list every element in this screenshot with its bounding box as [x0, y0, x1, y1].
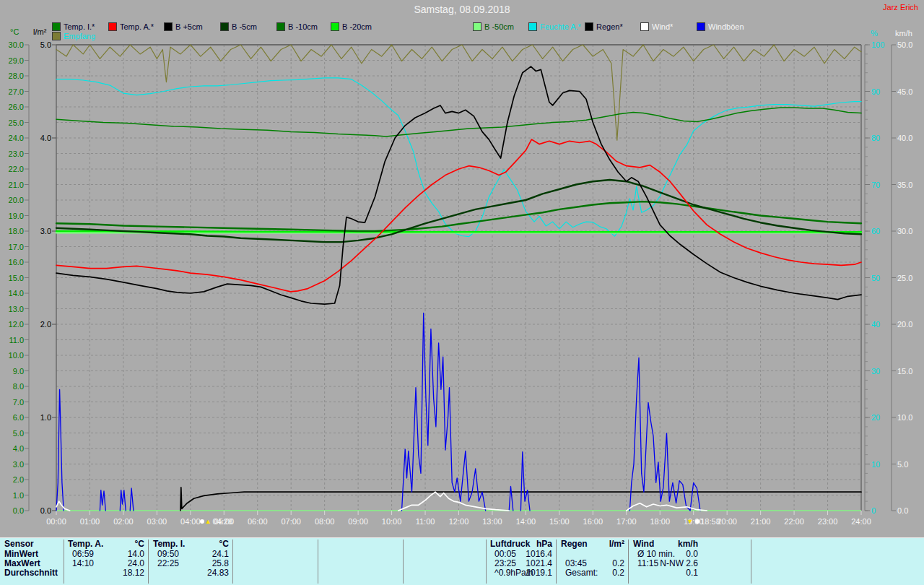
axis-tick-label: 18:00 — [650, 517, 670, 526]
axis-tick-label: 0.0 — [897, 506, 908, 515]
table-separator — [403, 540, 404, 584]
axis-tick-label: 30.0 — [897, 227, 912, 235]
axis-tick-label: 18.0 — [9, 227, 24, 235]
series-B -20cm — [56, 231, 861, 232]
axis-tick-label: 08:00 — [315, 517, 335, 526]
axis-tick-label: 5.0 — [897, 460, 908, 469]
axis-tick-label: 4.0 — [40, 134, 51, 142]
table-cell: °C — [153, 540, 229, 549]
axis-tick-label: 4.0 — [13, 444, 24, 453]
axis-tick-label: 0 — [871, 506, 876, 515]
axis-tick-label: 13:00 — [482, 517, 502, 526]
axis-tick-label: 50 — [871, 274, 880, 282]
axis-tick-label: 6.0 — [13, 413, 24, 422]
axis-tick-label: 20.0 — [9, 196, 24, 204]
axis-tick-label: 70 — [871, 181, 880, 189]
sunrise-arrow-icon: ▲ — [205, 518, 212, 525]
axis-tick-label: 12:00 — [449, 517, 469, 526]
axis-tick-label: 17:00 — [616, 517, 637, 526]
axis-tick-label: 23.0 — [9, 150, 24, 158]
axis-tick-label: 35.0 — [897, 181, 912, 189]
axis-tick-label: 60 — [871, 227, 880, 235]
axis-tick-label: 3.0 — [13, 460, 24, 469]
sunrise-icon — [200, 519, 204, 524]
axis-tick-label: 21:00 — [751, 517, 771, 526]
axis-tick-label: 20.0 — [897, 320, 912, 329]
table-cell: Sensor — [4, 540, 34, 549]
table-separator — [751, 540, 751, 584]
series-Windböen — [56, 313, 861, 511]
table-cell: l/m² — [561, 540, 624, 549]
axis-tick-label: 02:00 — [113, 517, 134, 526]
axis-tick-label: 22.0 — [9, 165, 24, 173]
axis-tick-label: 80 — [871, 134, 880, 142]
table-separator — [486, 540, 487, 584]
axis-tick-label: 25.0 — [897, 274, 912, 282]
axis-tick-label: 01:00 — [80, 517, 100, 526]
axis-tick-label: 26.0 — [9, 103, 24, 111]
table-cell: hPa — [490, 540, 552, 549]
table-separator — [64, 540, 64, 584]
table-separator — [556, 540, 557, 584]
axis-tick-label: 15.0 — [9, 274, 24, 282]
axis-tick-label: 04:00 — [180, 517, 201, 526]
axis-tick-label: 22:00 — [784, 517, 804, 526]
table-cell: km/h — [633, 540, 698, 549]
axis-tick-label: 10.0 — [9, 351, 24, 360]
axis-tick-label: 12.0 — [9, 320, 24, 329]
table-cell: °C — [68, 540, 144, 549]
table-separator — [232, 540, 233, 584]
axis-tick-label: 11:00 — [416, 517, 435, 526]
axis-tick-label: 27.0 — [9, 87, 24, 96]
axis-tick-label: 10:00 — [382, 517, 402, 526]
axis-tick-label: 07:00 — [281, 517, 301, 526]
axis-tick-label: 9.0 — [13, 367, 24, 376]
axis-tick-label: 23:00 — [818, 517, 838, 526]
axis-tick-label: 00:00 — [46, 517, 66, 526]
sunrise-time: 04:28 — [213, 517, 233, 526]
table-cell: 0.1 — [633, 568, 698, 578]
axis-tick-label: 5.0 — [40, 40, 51, 49]
axis-tick-label: 3.0 — [40, 227, 51, 235]
axis-tick-label: 29.0 — [9, 56, 24, 65]
axis-tick-label: 24:00 — [851, 517, 871, 526]
axis-tick-label: 24.0 — [9, 134, 24, 142]
axis-tick-label: 50.0 — [897, 40, 912, 49]
axis-tick-label: 90 — [871, 87, 880, 96]
table-separator — [148, 540, 149, 584]
axis-tick-label: 7.0 — [13, 398, 24, 407]
axis-tick-label: 20 — [871, 413, 880, 422]
axis-tick-label: 06:00 — [248, 517, 268, 526]
axis-tick-label: 11.0 — [9, 336, 24, 344]
axis-tick-label: 0.0 — [13, 506, 24, 515]
table-separator — [628, 540, 629, 584]
axis-tick-label: 15.0 — [897, 367, 912, 376]
axis-tick-label: 16:00 — [583, 517, 603, 526]
sunrise-marker: ▲ 04:28 — [199, 517, 232, 526]
axis-tick-label: 19.0 — [9, 212, 24, 220]
table-separator — [318, 540, 318, 584]
table-cell: Durchschnitt — [4, 568, 58, 578]
axis-tick-label: 2.0 — [13, 475, 24, 484]
axis-tick-label: 100 — [871, 40, 884, 49]
axis-tick-label: 10 — [871, 460, 880, 469]
table-cell: 0.2 — [561, 568, 624, 578]
axis-tick-label: 03:00 — [147, 517, 167, 526]
axis-tick-label: 2.0 — [40, 320, 51, 329]
weather-station-day-view: Samstag, 08.09.2018 Jarz Erich °C l/m² %… — [0, 0, 924, 585]
table-cell: 1019.1 — [490, 568, 552, 578]
axis-tick-label: 1.0 — [40, 413, 51, 422]
axis-tick-label: 45.0 — [897, 87, 912, 96]
stats-table: SensorMinWertMaxWertDurchschnittTemp. A.… — [0, 537, 924, 585]
axis-tick-label: 40.0 — [897, 134, 912, 142]
axis-tick-label: 16.0 — [9, 258, 24, 266]
sunset-marker: ▼ 18:58 — [687, 517, 720, 526]
axis-tick-label: 0.0 — [40, 506, 51, 515]
axis-tick-label: 1.0 — [13, 491, 24, 500]
axis-tick-label: 28.0 — [9, 72, 24, 80]
table-cell: 18.12 — [68, 568, 144, 578]
axis-tick-label: 14.0 — [9, 289, 24, 298]
axis-tick-label: 8.0 — [13, 382, 24, 391]
sunset-icon — [695, 519, 699, 524]
axis-tick-label: 40 — [871, 320, 880, 329]
